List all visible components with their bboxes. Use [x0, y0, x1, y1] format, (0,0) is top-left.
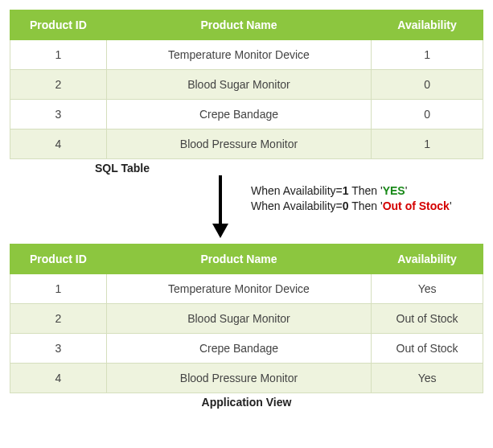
cell-availability: Out of Stock — [372, 304, 483, 334]
col-header-product-id: Product ID — [10, 245, 107, 274]
cell-availability: 0 — [372, 100, 483, 129]
cell-product-name: Temperature Monitor Device — [106, 40, 371, 70]
application-view-table: Product ID Product Name Availability 1 T… — [10, 244, 483, 393]
cell-availability: Yes — [372, 364, 483, 393]
cell-product-name: Blood Pressure Monitor — [106, 364, 371, 393]
table-row: 4 Blood Pressure Monitor 1 — [10, 129, 483, 159]
col-header-availability: Availability — [372, 10, 483, 40]
cell-product-name: Temperature Monitor Device — [106, 274, 371, 304]
rule-line-2: When Availability=0 Then 'Out of Stock' — [251, 199, 452, 214]
cell-product-name: Blood Sugar Monitor — [106, 304, 371, 334]
cell-product-id: 2 — [10, 70, 107, 100]
cell-product-id: 2 — [10, 304, 107, 334]
cell-availability: 0 — [372, 70, 483, 100]
rule-result-out-of-stock: Out of Stock — [383, 199, 450, 212]
cell-availability: 1 — [372, 129, 483, 159]
table-header-row: Product ID Product Name Availability — [10, 10, 483, 40]
cell-product-id: 1 — [10, 274, 107, 304]
cell-product-name: Blood Sugar Monitor — [106, 70, 371, 100]
application-view-caption: Application View — [10, 396, 483, 409]
cell-product-name: Crepe Bandage — [106, 100, 371, 129]
table-row: 4 Blood Pressure Monitor Yes — [10, 364, 483, 393]
table-row: 1 Temperature Monitor Device 1 — [10, 40, 483, 70]
arrow-down-icon — [10, 175, 235, 244]
table-row: 2 Blood Sugar Monitor 0 — [10, 70, 483, 100]
sql-table-caption: SQL Table — [10, 162, 235, 175]
cell-product-name: Blood Pressure Monitor — [106, 129, 371, 159]
transformation-diagram: When Availability=1 Then 'YES' When Avai… — [10, 175, 483, 244]
cell-product-id: 4 — [10, 364, 107, 393]
cell-product-name: Crepe Bandage — [106, 334, 371, 364]
cell-availability: Out of Stock — [372, 334, 483, 364]
mapping-rules: When Availability=1 Then 'YES' When Avai… — [251, 183, 452, 214]
table-row: 2 Blood Sugar Monitor Out of Stock — [10, 304, 483, 334]
cell-availability: 1 — [372, 40, 483, 70]
cell-product-id: 1 — [10, 40, 107, 70]
rule-line-1: When Availability=1 Then 'YES' — [251, 183, 452, 199]
table-header-row: Product ID Product Name Availability — [10, 245, 483, 274]
col-header-availability: Availability — [372, 245, 483, 274]
table-row: 3 Crepe Bandage Out of Stock — [10, 334, 483, 364]
table-row: 3 Crepe Bandage 0 — [10, 100, 483, 129]
sql-table: Product ID Product Name Availability 1 T… — [10, 10, 483, 159]
cell-availability: Yes — [372, 274, 483, 304]
cell-product-id: 3 — [10, 334, 107, 364]
cell-product-id: 3 — [10, 100, 107, 129]
col-header-product-name: Product Name — [106, 10, 371, 40]
rule-result-yes: YES — [383, 184, 405, 197]
cell-product-id: 4 — [10, 129, 107, 159]
table-row: 1 Temperature Monitor Device Yes — [10, 274, 483, 304]
col-header-product-name: Product Name — [106, 245, 371, 274]
col-header-product-id: Product ID — [10, 10, 107, 40]
